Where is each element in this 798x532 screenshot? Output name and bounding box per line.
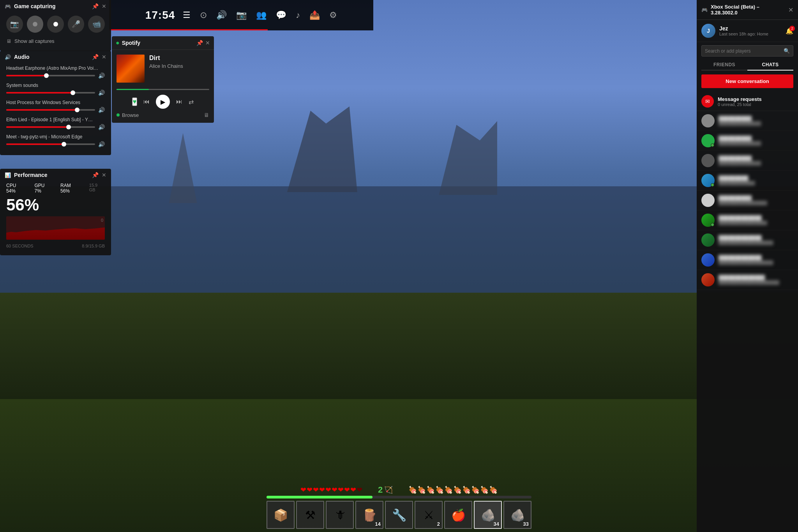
half-heart-icon: ❤ <box>357 486 362 494</box>
mic-toggle-button[interactable]: 🎤 <box>68 16 85 33</box>
audio-slider-system[interactable] <box>6 92 95 94</box>
chat-item[interactable]: █████████████ ████████████████ <box>697 210 798 230</box>
chat-item[interactable]: ██████████ ██████████████ <box>697 131 798 151</box>
chat-avatar <box>701 134 715 147</box>
food-icon: 🍖 <box>471 486 480 494</box>
chat-item[interactable]: █████████████ ██████████████████ <box>697 250 798 270</box>
chat-item[interactable]: █████████ ████████████ <box>697 171 798 191</box>
audio-slider-meet[interactable] <box>6 143 95 145</box>
spotify-controls: ♥ ⏮ ▶ ⏭ ⇄ <box>112 92 214 110</box>
spotify-icon[interactable]: ♪ <box>296 10 300 20</box>
spotify-next-button[interactable]: ⏭ <box>176 98 182 105</box>
audio-label-meet: Meet - twg-pytz-vmj - Microsoft Edge <box>6 134 105 140</box>
hotbar-slot-0: 📦 <box>267 501 295 529</box>
spotify-play-button[interactable]: ▶ <box>156 95 170 109</box>
share-icon[interactable]: 📤 <box>309 10 320 20</box>
slot-icon: 🪨 <box>481 508 495 522</box>
tab-friends[interactable]: FRIENDS <box>701 60 747 70</box>
spotify-prev-button[interactable]: ⏮ <box>143 98 150 105</box>
cpu-label: CPU <box>6 183 16 188</box>
performance-title: Performance <box>14 172 89 178</box>
cpu-value: 54% <box>6 188 16 194</box>
chat-avatar <box>701 174 715 187</box>
show-captures-link[interactable]: 🖥 Show all captures <box>0 36 111 46</box>
audio-panel: 🔊 Audio 📌 ✕ Headset Earphone (Astro MixA… <box>0 51 111 155</box>
chat-item[interactable]: █████████████ ██████████████████ <box>697 230 798 250</box>
chat-avatar <box>701 214 715 227</box>
screenshot-button[interactable]: 📷 <box>6 16 23 33</box>
slot-count: 2 <box>437 521 440 527</box>
food-icon: 🍖 <box>417 486 426 494</box>
audio-pin-icon[interactable]: 📌 <box>92 54 99 60</box>
vol-icon-meet: 🔊 <box>98 141 105 147</box>
screenshot-icon[interactable]: 📷 <box>236 10 247 20</box>
spotify-bottom: Browse 🖥 <box>112 110 214 118</box>
heart-icon: ❤ <box>344 486 350 494</box>
capture-icon[interactable]: ⊙ <box>200 10 207 20</box>
settings-icon[interactable]: ⚙ <box>329 10 337 20</box>
performance-panel: 📊 Performance 📌 ✕ CPU 54% GPU 7% RAM 56%… <box>0 169 111 255</box>
chat-name: ██████████ <box>719 136 789 141</box>
chat-preview: ██████████████ <box>719 121 789 126</box>
minecraft-hotbar: 📦 ⚒ 🗡 🪵 14 🔧 ⚔ 2 🍎 🪨 <box>267 501 531 529</box>
performance-header: 📊 Performance 📌 ✕ <box>0 169 111 181</box>
xbox-user-status: Last seen 18h ago: Home <box>719 32 782 36</box>
chat-preview: ████████████████████ <box>719 280 789 285</box>
record-button[interactable] <box>47 16 64 33</box>
game-capture-header: 🎮 Game capturing 📌 ✕ <box>0 0 111 12</box>
spotify-shuffle-button[interactable]: ⇄ <box>189 98 194 106</box>
spotify-browse-button[interactable]: Browse <box>117 112 139 118</box>
spotify-artist-name: Alice In Chains <box>149 63 209 69</box>
audio-slider-host-process[interactable] <box>6 109 95 111</box>
spotify-close-icon[interactable]: ✕ <box>205 40 210 46</box>
slot-icon: ⚔ <box>424 508 434 522</box>
xbox-username: Jez <box>719 25 782 32</box>
food-icon: 🍖 <box>426 486 435 494</box>
spotify-screen-icon[interactable]: 🖥 <box>204 112 209 118</box>
chat-info: █████████████ ████████████████ <box>719 215 789 225</box>
audio-icon[interactable]: 🔊 <box>216 10 227 20</box>
spotify-progress-bar[interactable] <box>117 89 209 90</box>
notification-count-badge: 2 <box>789 26 795 31</box>
menu-icon[interactable]: ☰ <box>183 10 191 20</box>
chat-item[interactable]: ██████████████ ████████████████████ <box>697 270 798 290</box>
message-requests-info: Message requests 0 unread, 25 total <box>718 96 793 107</box>
xbox-notification-bell[interactable]: 🔔 2 <box>786 27 793 35</box>
search-input[interactable] <box>705 48 781 54</box>
cpu-stat: CPU 54% <box>6 183 27 194</box>
xbox-panel-close-icon[interactable]: ✕ <box>788 6 793 14</box>
performance-close-icon[interactable]: ✕ <box>102 172 106 178</box>
message-requests-item[interactable]: ✉ Message requests 0 unread, 25 total <box>697 92 798 111</box>
pin-icon[interactable]: 📌 <box>92 3 99 9</box>
performance-pin-icon[interactable]: 📌 <box>92 172 99 178</box>
avatar: J <box>701 24 715 38</box>
audio-close-icon[interactable]: ✕ <box>102 54 106 60</box>
hotbar-slot-8: 🪨 33 <box>503 501 531 529</box>
audio-slider-elfen-lied[interactable] <box>6 126 95 128</box>
chat-name: █████████████ <box>719 215 789 221</box>
new-conversation-button[interactable]: New conversation <box>701 74 793 88</box>
hud-rows: ❤ ❤ ❤ ❤ ❤ ❤ ❤ ❤ ❤ ❤ 2 🏹 🍖 🍖 🍖 🍖 <box>0 485 798 532</box>
audio-item-elfen-lied: Elfen Lied - Episode 1 [English Sub] - Y… <box>0 115 111 132</box>
close-icon[interactable]: ✕ <box>102 3 106 9</box>
camera-toggle-button[interactable]: 📹 <box>88 16 105 33</box>
heart-icon: ❤ <box>325 486 331 494</box>
chat-item[interactable]: ██████████ ██████████████ <box>697 151 798 171</box>
spotify-pin-icon[interactable]: 📌 <box>196 40 203 46</box>
tab-chats[interactable]: CHATS <box>747 60 793 71</box>
record-stop-button[interactable] <box>27 16 44 33</box>
chat-icon[interactable]: 💬 <box>276 10 286 20</box>
food-icon: 🍖 <box>444 486 453 494</box>
spotify-heart-button[interactable]: ♥ <box>132 97 138 106</box>
audio-slider-headset[interactable] <box>6 75 95 76</box>
spotify-logo-icon: ● <box>116 39 120 46</box>
game-capture-panel: 🎮 Game capturing 📌 ✕ 📷 🎤 📹 🖥 Show all ca… <box>0 0 111 51</box>
chat-preview: ████████████████ <box>719 201 789 205</box>
xbox-user-row: J Jez Last seen 18h ago: Home 🔔 2 <box>697 20 798 42</box>
xbox-search-box[interactable]: 🔍 <box>701 45 793 57</box>
slot-icon: 🍎 <box>451 508 466 522</box>
chat-item[interactable]: ██████████ ██████████████ <box>697 111 798 131</box>
friends-icon[interactable]: 👥 <box>256 10 267 20</box>
chat-name: ██████████ <box>719 156 789 161</box>
chat-item[interactable]: ██████████ ████████████████ <box>697 191 798 210</box>
